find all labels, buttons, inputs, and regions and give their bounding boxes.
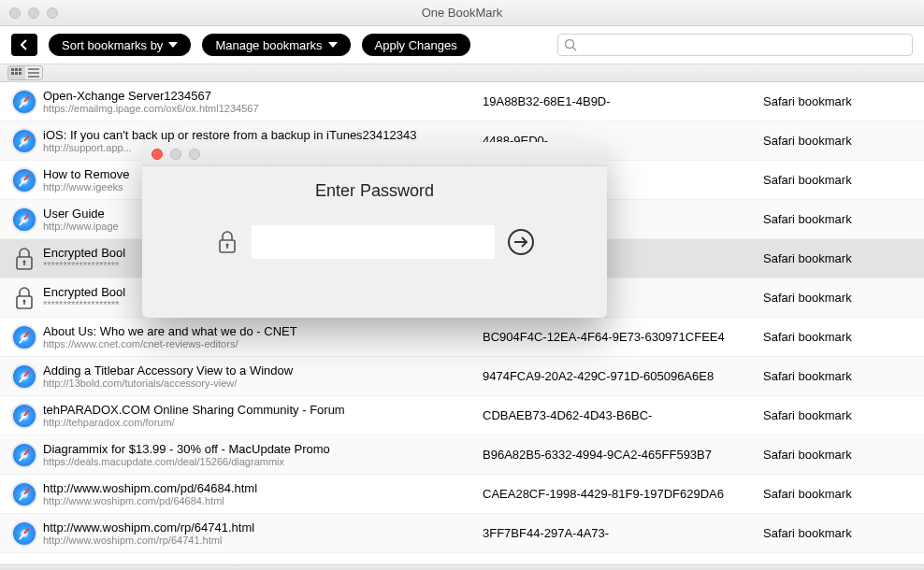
bookmark-url: http://www.woshipm.com/rp/64741.html bbox=[43, 534, 475, 546]
toolbar: Sort bookmarks by Manage bookmarks Apply… bbox=[0, 26, 924, 64]
back-button[interactable] bbox=[11, 34, 37, 56]
password-input[interactable] bbox=[252, 225, 495, 259]
bookmark-row[interactable]: About Us: Who we are and what we do - CN… bbox=[0, 318, 924, 357]
bookmark-source: Safari bookmark bbox=[763, 330, 924, 344]
dialog-zoom-button bbox=[189, 149, 200, 160]
submit-password-button[interactable] bbox=[508, 229, 534, 255]
manage-label: Manage bookmarks bbox=[215, 38, 322, 52]
lock-icon bbox=[13, 285, 36, 311]
bookmark-source: Safari bookmark bbox=[763, 173, 924, 187]
bookmark-title: About Us: Who we are and what we do - CN… bbox=[43, 324, 475, 338]
bookmark-main: tehPARADOX.COM Online Sharing Community … bbox=[43, 403, 483, 428]
safari-icon bbox=[11, 128, 37, 154]
bookmark-source: Safari bookmark bbox=[763, 251, 924, 265]
bookmark-main: Adding a Titlebar Accessory View to a Wi… bbox=[43, 363, 483, 389]
triangle-down-icon bbox=[328, 42, 338, 48]
minimize-window-button[interactable] bbox=[28, 7, 39, 19]
window-titlebar: One BookMark bbox=[0, 0, 924, 26]
row-icon bbox=[6, 442, 43, 468]
row-icon bbox=[6, 89, 43, 115]
bookmark-main: http://www.woshipm.com/pd/64684.htmlhttp… bbox=[43, 481, 483, 506]
lock-icon bbox=[216, 229, 238, 255]
dialog-title: Enter Password bbox=[315, 181, 434, 201]
safari-icon bbox=[11, 481, 37, 507]
dialog-titlebar bbox=[142, 142, 607, 166]
bookmark-row[interactable]: Adding a Titlebar Accessory View to a Wi… bbox=[0, 357, 924, 396]
row-icon bbox=[6, 246, 43, 272]
bookmark-id: B96A82B5-6332-4994-9CA2-465FF593B7 bbox=[483, 448, 763, 462]
close-window-button[interactable] bbox=[9, 7, 21, 19]
bookmark-id: CDBAEB73-4D62-4D43-B6BC- bbox=[483, 408, 763, 422]
bookmark-title: Adding a Titlebar Accessory View to a Wi… bbox=[43, 363, 475, 378]
manage-bookmarks-dropdown[interactable]: Manage bookmarks bbox=[202, 34, 350, 56]
safari-icon bbox=[11, 442, 37, 468]
bookmark-row[interactable]: Diagrammix for $13.99 - 30% off - MacUpd… bbox=[0, 435, 924, 475]
bookmark-row[interactable]: tehPARADOX.COM Online Sharing Community … bbox=[0, 396, 924, 435]
bookmark-title: iOS: If you can't back up or restore fro… bbox=[43, 128, 475, 142]
bookmark-id: 3FF7BF44-297A-4A73- bbox=[483, 526, 763, 540]
dialog-close-button[interactable] bbox=[152, 149, 163, 160]
traffic-lights bbox=[9, 7, 58, 19]
password-field[interactable] bbox=[252, 225, 495, 259]
bookmark-title: http://www.woshipm.com/rp/64741.html bbox=[43, 520, 475, 534]
row-icon bbox=[6, 167, 43, 193]
bookmark-source: Safari bookmark bbox=[763, 526, 924, 540]
svg-rect-3 bbox=[15, 68, 18, 71]
bookmark-row[interactable]: http://www.woshipm.com/pd/64684.htmlhttp… bbox=[0, 475, 924, 514]
bookmark-main: Diagrammix for $13.99 - 30% off - MacUpd… bbox=[43, 442, 483, 467]
bookmark-main: About Us: Who we are and what we do - CN… bbox=[43, 324, 483, 349]
svg-rect-2 bbox=[11, 68, 14, 71]
svg-rect-5 bbox=[11, 72, 14, 75]
apply-changes-button[interactable]: Apply Changes bbox=[362, 34, 470, 56]
row-icon bbox=[6, 324, 43, 350]
window-footer bbox=[0, 564, 924, 570]
row-icon bbox=[6, 285, 43, 311]
row-icon bbox=[6, 207, 43, 233]
bookmark-url: https://emailmg.ipage.com/ox6/ox.html123… bbox=[43, 103, 475, 114]
bookmark-source: Safari bookmark bbox=[763, 408, 924, 422]
row-icon bbox=[6, 481, 43, 507]
dialog-minimize-button bbox=[170, 149, 181, 160]
bookmark-title: http://www.woshipm.com/pd/64684.html bbox=[43, 481, 475, 495]
bookmark-url: http://tehparadox.com/forum/ bbox=[43, 417, 475, 428]
row-icon bbox=[6, 403, 43, 429]
bookmark-source: Safari bookmark bbox=[763, 448, 924, 462]
bookmark-id: CAEA28CF-1998-4429-81F9-197DF629DA6 bbox=[483, 487, 763, 501]
sort-bookmarks-dropdown[interactable]: Sort bookmarks by bbox=[49, 34, 191, 56]
list-view-button[interactable] bbox=[25, 66, 42, 79]
bookmark-source: Safari bookmark bbox=[763, 212, 924, 226]
bookmark-id: 19A88B32-68E1-4B9D- bbox=[483, 94, 763, 108]
search-field[interactable] bbox=[557, 34, 913, 56]
view-toggle bbox=[7, 65, 43, 80]
search-input[interactable] bbox=[581, 38, 906, 52]
search-icon bbox=[564, 38, 577, 51]
grid-icon bbox=[11, 68, 22, 78]
svg-rect-6 bbox=[15, 72, 18, 75]
safari-icon bbox=[11, 167, 37, 193]
chevron-left-icon bbox=[20, 39, 29, 50]
bookmark-url: https://deals.macupdate.com/deal/15266/d… bbox=[43, 456, 475, 467]
bookmark-row[interactable]: Open-Xchange Server1234567https://emailm… bbox=[0, 82, 924, 121]
bookmark-id: BC904F4C-12EA-4F64-9E73-630971CFEE4 bbox=[483, 330, 763, 344]
safari-icon bbox=[11, 403, 37, 429]
zoom-window-button[interactable] bbox=[47, 7, 58, 19]
list-icon bbox=[28, 68, 39, 78]
triangle-down-icon bbox=[168, 42, 178, 48]
grid-view-button[interactable] bbox=[8, 66, 25, 79]
svg-point-0 bbox=[566, 40, 574, 49]
bookmark-title: Open-Xchange Server1234567 bbox=[43, 89, 475, 103]
safari-icon bbox=[11, 363, 37, 390]
bookmark-row[interactable]: http://www.woshipm.com/rp/64741.htmlhttp… bbox=[0, 514, 924, 553]
lock-icon bbox=[13, 246, 36, 272]
row-icon bbox=[6, 520, 43, 547]
bookmark-title: Diagrammix for $13.99 - 30% off - MacUpd… bbox=[43, 442, 475, 456]
bookmark-main: Open-Xchange Server1234567https://emailm… bbox=[43, 89, 483, 114]
arrow-right-icon bbox=[513, 236, 528, 248]
safari-icon bbox=[11, 324, 37, 350]
bookmark-url: http://www.woshipm.com/pd/64684.html bbox=[43, 495, 475, 506]
view-toolbar bbox=[0, 64, 924, 82]
bookmark-main: http://www.woshipm.com/rp/64741.htmlhttp… bbox=[43, 520, 483, 546]
apply-label: Apply Changes bbox=[375, 38, 457, 52]
bookmark-url: http://13bold.com/tutorials/accessory-vi… bbox=[43, 378, 475, 389]
dialog-body: Enter Password bbox=[142, 166, 607, 259]
